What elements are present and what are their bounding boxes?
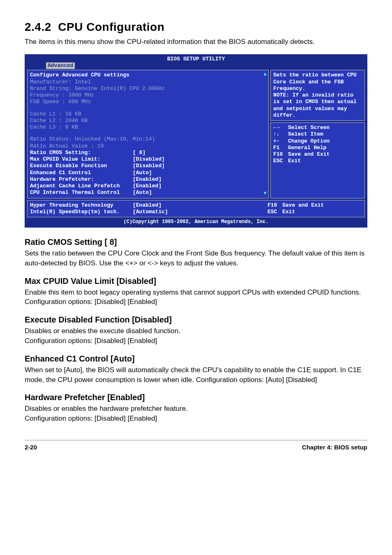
cpu-fsb: FSB Speed : 800 MHz [30, 99, 266, 105]
nav-desc: Exit [282, 209, 295, 215]
setting-body: Sets the ratio between the CPU Core Cloc… [25, 249, 367, 268]
bios-overflow-panel: Hyper Threading Technology [Enabled] Int… [27, 200, 365, 218]
cache-l2: Cache L2 : 2048 KB [30, 117, 266, 124]
setting-heading: Enhanced C1 Control [Auto] [25, 354, 367, 364]
nav-key: ESC [273, 158, 288, 164]
bios-item-speedstep[interactable]: Intel(R) SpeedStep(tm) tech. [Automatic] [30, 209, 267, 215]
bios-left-heading: Configure Advanced CPU settings [30, 72, 266, 78]
section-intro: The items in this menu show the CPU-rela… [25, 37, 367, 47]
nav-desc: General Help [288, 145, 327, 151]
bios-item-label: Intel(R) SpeedStep(tm) tech. [30, 209, 133, 215]
bios-item-label: Adjacent Cache Line Prefetch [30, 183, 133, 189]
bios-item-label: Ratio CMOS Setting: [30, 150, 133, 156]
page-footer: 2-20 Chapter 4: BIOS setup [25, 440, 367, 467]
bios-tab-advanced[interactable]: Advanced [46, 62, 75, 69]
bios-tab-row: Advanced [25, 62, 367, 70]
setting-heading: Hardware Prefetcher [Enabled] [25, 393, 367, 402]
bios-item-value: [Enabled] [133, 202, 161, 209]
setting-body: Enable this item to boot legacy operatin… [25, 288, 367, 307]
nav-desc: Exit [288, 158, 301, 164]
nav-row: ESCExit [267, 209, 362, 215]
bios-item-label: Enhanced C1 Control [30, 170, 133, 176]
bios-item-hw-prefetcher[interactable]: Hardware Prefetcher: [Enabled] [30, 176, 266, 183]
setting-body: Disables or enables the hardware prefetc… [25, 404, 367, 424]
bios-item-adj-cache-prefetch[interactable]: Adjacent Cache Line Prefetch [Enabled] [30, 183, 266, 189]
bios-item-label: Max CPUID Value Limit: [30, 156, 133, 163]
scroll-up-icon[interactable]: ▲ [263, 71, 267, 78]
bios-title: BIOS SETUP UTILITY [25, 55, 367, 62]
bios-item-label: CPU Internal Thermal Control [30, 189, 133, 196]
bios-item-value: [Disabled] [133, 163, 165, 169]
bios-item-value: [Automatic] [133, 209, 168, 215]
nav-key: ←→ [273, 124, 288, 131]
setting-heading: Execute Disabled Function [Disabled] [25, 315, 367, 325]
bios-item-value: [Disabled] [133, 156, 165, 163]
bios-item-label: Execute Disable Function [30, 163, 133, 169]
nav-row: ESCExit [273, 158, 362, 164]
bios-help-panel: Sets the ratio between CPU Core Clock an… [270, 70, 365, 121]
nav-row: ↑↓Select Item [273, 131, 362, 138]
cache-l3: Cache L3 : 0 KB [30, 124, 266, 131]
cpu-brand: Brand String: Genuine Intel(R) CPU 2.80G… [30, 85, 266, 92]
nav-key: +- [273, 138, 288, 145]
section-number: 2.4.2 [25, 21, 51, 33]
setting-heading: Ratio CMOS Setting [ 8] [25, 237, 367, 247]
bios-nav-panel: ←→Select Screen ↑↓Select Item +-Change O… [270, 122, 365, 198]
bios-copyright: (C)Copyright 1985-2002, American Megatre… [25, 218, 367, 227]
cache-l1: Cache L1 : 16 KB [30, 111, 266, 117]
bios-item-value: [Enabled] [133, 176, 161, 183]
bios-item-execute-disable[interactable]: Execute Disable Function [Disabled] [30, 163, 266, 169]
cpu-frequency: Frequency : 3800 MHz [30, 92, 266, 99]
ratio-actual: Ratio Actual Value : 19 [30, 143, 266, 150]
nav-key: F1 [273, 145, 288, 151]
bios-item-thermal-control[interactable]: CPU Internal Thermal Control [Auto] [30, 189, 266, 196]
bios-left-panel: ▲ Configure Advanced CPU settings Manufa… [27, 70, 269, 198]
ratio-status: Ratio Status: Unlocked (Max:19, Min:14) [30, 136, 266, 143]
nav-key: F10 [273, 151, 288, 158]
nav-desc: Change Option [288, 138, 330, 144]
bios-item-value: [ 8] [133, 150, 145, 156]
bios-screenshot: BIOS SETUP UTILITY Advanced ▲ Configure … [25, 54, 367, 228]
nav-key: ESC [267, 209, 282, 215]
bios-item-label: Hyper Threading Technology [30, 202, 133, 209]
bios-item-value: [Auto] [133, 170, 152, 176]
nav-key: F10 [267, 202, 282, 209]
bios-item-max-cpuid[interactable]: Max CPUID Value Limit: [Disabled] [30, 156, 266, 163]
nav-row: ←→Select Screen [273, 124, 362, 131]
section-title: CPU Configuration [58, 21, 164, 33]
nav-row: F1General Help [273, 145, 362, 151]
nav-row: +-Change Option [273, 138, 362, 145]
bios-item-label: Hardware Prefetcher: [30, 176, 133, 183]
setting-heading: Max CPUID Value Limit [Disabled] [25, 276, 367, 286]
setting-body: When set to [Auto], the BIOS will automa… [25, 365, 367, 385]
setting-body: Disables or enables the execute disabled… [25, 326, 367, 346]
chapter-label: Chapter 4: BIOS setup [302, 444, 367, 451]
nav-row: F10Save and Exit [273, 151, 362, 158]
cpu-manufacturer: Manufacturer: Intel [30, 79, 266, 85]
bios-item-enhanced-c1[interactable]: Enhanced C1 Control [Auto] [30, 170, 266, 176]
nav-row: F10Save and Exit [267, 202, 362, 209]
bios-item-hyperthreading[interactable]: Hyper Threading Technology [Enabled] [30, 202, 267, 209]
bios-item-ratio-cmos[interactable]: Ratio CMOS Setting: [ 8] [30, 150, 266, 156]
nav-desc: Select Screen [288, 124, 330, 131]
bios-item-value: [Auto] [133, 189, 152, 196]
nav-desc: Save and Exit [282, 202, 324, 208]
nav-key: ↑↓ [273, 131, 288, 138]
nav-desc: Save and Exit [288, 151, 330, 157]
nav-desc: Select Item [288, 131, 323, 137]
bios-item-value: [Enabled] [133, 183, 161, 189]
section-heading: 2.4.2 CPU Configuration [25, 21, 367, 34]
scroll-down-icon[interactable]: ▼ [263, 190, 267, 197]
page-number: 2-20 [25, 444, 37, 451]
